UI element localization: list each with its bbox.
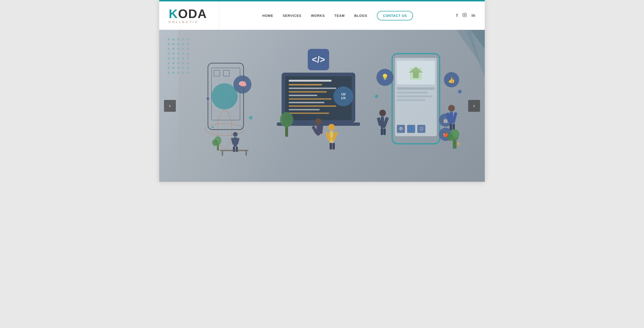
svg-rect-48 bbox=[214, 70, 220, 76]
social-icons: f in bbox=[456, 13, 475, 18]
svg-point-124 bbox=[379, 110, 386, 116]
svg-point-7 bbox=[186, 38, 189, 41]
illus-left: 🧠 bbox=[196, 56, 262, 156]
logo-k: K bbox=[169, 7, 178, 21]
svg-rect-94 bbox=[330, 143, 332, 150]
svg-point-25 bbox=[177, 57, 180, 60]
svg-point-50 bbox=[212, 83, 238, 109]
svg-point-40 bbox=[177, 71, 180, 74]
svg-point-141 bbox=[458, 90, 462, 94]
logo-area: KODA KOLLECTIV bbox=[169, 1, 219, 30]
logo-sub: KOLLECTIV bbox=[169, 20, 207, 23]
slider-prev-button[interactable]: ‹ bbox=[164, 100, 176, 112]
svg-text:🧠: 🧠 bbox=[238, 80, 247, 88]
svg-point-14 bbox=[172, 48, 175, 50]
illus-center: </> UI/ UX bbox=[277, 49, 367, 158]
svg-rect-64 bbox=[220, 150, 248, 151]
logo-oda: ODA bbox=[178, 7, 207, 21]
svg-point-10 bbox=[177, 43, 180, 45]
hero-slider: 🧠 </> bbox=[159, 30, 485, 182]
svg-point-26 bbox=[182, 57, 184, 60]
svg-point-90 bbox=[328, 124, 335, 131]
svg-point-6 bbox=[182, 38, 184, 41]
svg-point-12 bbox=[186, 43, 189, 45]
svg-rect-109 bbox=[397, 99, 425, 101]
nav-team[interactable]: TEAM bbox=[334, 14, 345, 17]
svg-rect-49 bbox=[224, 70, 229, 76]
svg-rect-80 bbox=[289, 102, 324, 103]
svg-point-9 bbox=[172, 43, 175, 45]
svg-rect-97 bbox=[316, 125, 320, 136]
svg-point-96 bbox=[315, 118, 322, 125]
svg-point-19 bbox=[172, 52, 175, 55]
svg-rect-83 bbox=[289, 113, 329, 114]
svg-point-55 bbox=[233, 132, 238, 137]
svg-point-29 bbox=[172, 62, 175, 64]
instagram-icon[interactable] bbox=[462, 13, 467, 18]
logo[interactable]: KODA KOLLECTIV bbox=[169, 7, 207, 23]
svg-point-38 bbox=[168, 71, 170, 74]
svg-point-69 bbox=[212, 126, 214, 128]
svg-point-15 bbox=[177, 48, 180, 50]
svg-rect-66 bbox=[246, 151, 247, 156]
svg-point-1 bbox=[464, 14, 465, 16]
svg-point-39 bbox=[172, 71, 175, 74]
svg-point-35 bbox=[177, 67, 180, 69]
svg-rect-78 bbox=[289, 95, 317, 96]
slider-next-button[interactable]: › bbox=[468, 100, 480, 112]
svg-point-67 bbox=[206, 97, 209, 100]
svg-rect-75 bbox=[289, 84, 322, 85]
svg-point-139 bbox=[447, 133, 454, 141]
svg-rect-81 bbox=[289, 105, 336, 107]
svg-text:◻: ◻ bbox=[420, 126, 423, 131]
facebook-icon[interactable]: f bbox=[456, 13, 458, 18]
header: KODA KOLLECTIV HOME SERVICES WORKS TEAM … bbox=[159, 1, 485, 30]
svg-rect-106 bbox=[397, 87, 435, 90]
svg-point-33 bbox=[168, 67, 170, 69]
svg-point-21 bbox=[182, 52, 184, 55]
svg-rect-136 bbox=[453, 139, 456, 149]
svg-text:</>: </> bbox=[312, 55, 325, 65]
svg-rect-107 bbox=[397, 92, 428, 94]
svg-point-4 bbox=[172, 38, 175, 41]
svg-point-30 bbox=[177, 62, 180, 64]
svg-rect-77 bbox=[289, 91, 327, 93]
page-wrapper: KODA KOLLECTIV HOME SERVICES WORKS TEAM … bbox=[159, 0, 485, 182]
svg-point-68 bbox=[249, 116, 252, 120]
logo-koda: KODA bbox=[169, 7, 207, 20]
svg-text:UI/: UI/ bbox=[341, 92, 346, 96]
svg-point-63 bbox=[212, 139, 218, 146]
svg-point-32 bbox=[186, 62, 189, 64]
svg-point-28 bbox=[168, 62, 170, 64]
nav-works[interactable]: WORKS bbox=[311, 14, 325, 17]
svg-point-11 bbox=[182, 43, 184, 45]
svg-rect-128 bbox=[381, 128, 383, 135]
svg-text:💡: 💡 bbox=[381, 73, 389, 81]
svg-point-16 bbox=[182, 48, 184, 50]
svg-rect-74 bbox=[289, 80, 332, 82]
dots-pattern bbox=[166, 37, 195, 75]
svg-point-140 bbox=[375, 95, 378, 98]
linkedin-icon[interactable]: in bbox=[472, 13, 475, 18]
nav-blogs[interactable]: BLOGS bbox=[354, 14, 368, 17]
svg-text:👤: 👤 bbox=[408, 126, 414, 131]
nav-services[interactable]: SERVICES bbox=[283, 14, 302, 17]
svg-rect-65 bbox=[222, 151, 223, 156]
svg-point-34 bbox=[172, 67, 175, 69]
svg-point-2 bbox=[465, 14, 466, 14]
contact-us-button[interactable]: CONTACT US bbox=[377, 11, 413, 20]
svg-point-31 bbox=[182, 62, 184, 64]
svg-point-18 bbox=[168, 52, 170, 55]
illus-right: ⚙ 👤 ◻ 💡 👍 🤖 🍎 bbox=[373, 49, 464, 158]
svg-point-5 bbox=[177, 38, 180, 41]
svg-point-42 bbox=[186, 71, 189, 74]
svg-point-27 bbox=[186, 57, 189, 60]
nav-home[interactable]: HOME bbox=[262, 14, 273, 17]
svg-point-142 bbox=[457, 142, 460, 145]
svg-point-23 bbox=[168, 57, 170, 60]
svg-rect-82 bbox=[289, 109, 320, 110]
chevron-left-icon: ‹ bbox=[169, 103, 170, 109]
svg-point-17 bbox=[186, 48, 189, 50]
svg-rect-95 bbox=[332, 143, 335, 150]
svg-point-13 bbox=[168, 48, 170, 50]
